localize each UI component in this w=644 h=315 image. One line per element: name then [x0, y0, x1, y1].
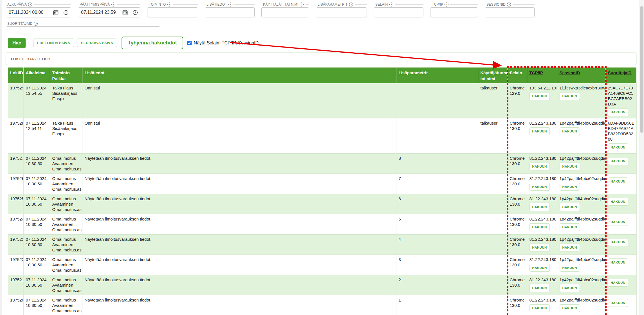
hakuun-badge[interactable]: HAKUUN [608, 157, 628, 165]
cell-lokiid: 197524 [8, 214, 23, 235]
vertical-scrollbar[interactable] [639, 0, 644, 315]
cell-kayttajatunnus [478, 275, 507, 295]
field-divider [34, 4, 71, 5]
hakuun-badge[interactable]: HAKUUN [608, 258, 628, 266]
filter-form-row1: ALKUPÄIVÄ PÄÄTTYMISPÄIVÄ [6, 2, 535, 17]
hakuun-badge[interactable]: HAKUUN [560, 203, 580, 211]
hakuun-badge[interactable]: HAKUUN [608, 108, 628, 116]
hakuun-badge[interactable]: HAKUUN [608, 143, 628, 151]
seuraava-paiva-button[interactable]: SEURAAVA PÄIVÄ [77, 39, 117, 47]
field-divider [450, 4, 478, 5]
scrollbar-thumb[interactable] [640, 6, 643, 133]
hakuun-badge[interactable]: HAKUUN [560, 244, 580, 251]
cell-toiminto: OmaIlmoitus Avaaminen OmaIlmoitus.aspx [50, 214, 82, 235]
clock-icon[interactable] [61, 8, 71, 17]
hakuun-badge[interactable]: HAKUUN [608, 198, 628, 206]
cell-selain: Chrome 130.0 [507, 194, 527, 214]
lisatiedot-input[interactable] [205, 8, 254, 17]
hakuun-badge[interactable]: HAKUUN [529, 92, 550, 100]
sessionid-field: SESSIONID [485, 2, 535, 17]
suorittajaid-input[interactable] [6, 27, 160, 37]
filter-form-row2: SUORITTAJAID [6, 21, 160, 37]
table-row: 19752807.11.2024 12.54.11TaikaTilaus Sis… [8, 118, 636, 154]
paattymispaiva-input[interactable] [78, 8, 120, 17]
help-icon [349, 3, 353, 6]
cell-lokiid: 197520 [8, 295, 23, 315]
calendar-icon[interactable] [51, 8, 61, 17]
hakuun-badge[interactable]: HAKUUN [560, 127, 580, 135]
cell-sessionid: 1p42pajfftfi4pbx02suqdioHAKUUN [557, 194, 605, 214]
paattymispaiva-field: PÄÄTTYMISPÄIVÄ [78, 2, 140, 17]
cell-selain: Chrome 130.0 [507, 154, 527, 174]
cell-aikaleima: 07.11.2024 10.30.50 [23, 275, 50, 295]
log-table-body: 19752907.11.2024 13.54.55TaikaTilaus Sis… [8, 83, 636, 315]
cell-lokiid: 197526 [8, 174, 23, 194]
window-edge [0, 0, 2, 315]
field-divider [40, 24, 160, 24]
suorittajaid-field: SUORITTAJAID [6, 21, 160, 37]
cell-sessionid-value: 1p42pajfftfi4pbx02suqdio [560, 257, 603, 262]
hakuun-badge[interactable]: HAKUUN [608, 218, 628, 226]
clock-icon[interactable] [130, 8, 140, 17]
cell-tcpip: 81.22.243.180HAKUUN [527, 255, 557, 275]
hakuun-badge[interactable]: HAKUUN [560, 163, 580, 170]
hakuun-badge[interactable]: HAKUUN [608, 177, 628, 185]
cell-toiminto: OmaIlmoitus Avaaminen OmaIlmoitus.aspx [50, 275, 82, 295]
hakuun-badge[interactable]: HAKUUN [529, 284, 550, 292]
hakuun-badge[interactable]: HAKUUN [529, 304, 550, 312]
hakuun-badge[interactable]: HAKUUN [529, 163, 550, 170]
cell-aikaleima: 07.11.2024 13.54.55 [23, 83, 50, 118]
table-row: 19752107.11.2024 10.30.50OmaIlmoitus Ava… [8, 275, 636, 295]
help-icon [445, 3, 448, 6]
hakuun-badge[interactable]: HAKUUN [560, 223, 580, 231]
toiminto-input[interactable] [147, 8, 198, 17]
cell-lokiid: 197521 [8, 275, 23, 295]
tyhjenna-hakuehdot-button[interactable]: Tyhjennä hakuehdot [122, 37, 183, 49]
kayttajat-label: KÄYTTÄJÄT. TAI NIMI [263, 3, 298, 6]
hakuun-badge[interactable]: HAKUUN [608, 279, 628, 287]
hakuun-badge[interactable]: HAKUUN [529, 223, 550, 231]
cell-lisatiedot: Onnistui [82, 118, 396, 154]
hakuun-badge[interactable]: HAKUUN [608, 238, 628, 246]
cell-tcpip: 81.22.243.180HAKUUN [527, 118, 557, 154]
kayttajat-input[interactable] [262, 8, 309, 17]
cell-sessionid-value: 1i1l3swkp3dicacxbrr30wix [560, 85, 603, 91]
hakuun-badge[interactable]: HAKUUN [529, 183, 550, 191]
hakuun-badge[interactable]: HAKUUN [529, 244, 550, 251]
help-icon [389, 3, 393, 6]
calendar-icon[interactable] [120, 8, 130, 17]
field-divider [355, 4, 367, 5]
field-divider [234, 4, 255, 5]
hakuun-badge[interactable]: HAKUUN [608, 299, 628, 307]
edellinen-paiva-button[interactable]: EDELLINEN PÄIVÄ [33, 39, 74, 47]
cell-kayttajatunnus [478, 154, 507, 174]
lisaparametrit-input[interactable] [316, 8, 367, 17]
hakuun-badge[interactable]: HAKUUN [529, 203, 550, 211]
cell-lisaparametrit [396, 83, 478, 118]
cell-lisatiedot: Onnistui [82, 83, 396, 118]
hakuun-badge[interactable]: HAKUUN [560, 183, 580, 191]
tcpip-input[interactable] [430, 8, 478, 17]
lisatiedot-field: LISÄTIEDOT [205, 2, 255, 17]
hae-button[interactable]: Hae [8, 38, 26, 48]
selain-input[interactable] [374, 8, 423, 17]
hakuun-badge[interactable]: HAKUUN [560, 304, 580, 312]
hakuun-badge[interactable]: HAKUUN [529, 127, 550, 135]
col-tcpip-sort-link[interactable]: TCP/IP [527, 68, 557, 83]
col-sessionid-sort-link[interactable]: SessionID [557, 68, 605, 83]
cell-lisatiedot: Näytetään ilmoitusvarauksen tiedot. [82, 214, 396, 235]
nayta-selain-checkbox[interactable] [187, 41, 192, 45]
sessionid-input[interactable] [485, 8, 534, 17]
hakuun-badge[interactable]: HAKUUN [529, 264, 550, 272]
hakuun-badge[interactable]: HAKUUN [560, 92, 580, 100]
cell-tcpip-value: 81.22.243.180 [529, 297, 555, 303]
alkupaiva-input[interactable] [6, 8, 51, 17]
col-kayttajatunnus: Käyttäjätunnus tai nimi [478, 68, 507, 83]
col-suorittajaid-sort-link[interactable]: SuorittajaID [605, 68, 636, 83]
cell-aikaleima: 07.11.2024 10.30.50 [23, 235, 50, 255]
cell-aikaleima: 07.11.2024 10.30.50 [23, 214, 50, 235]
cell-aikaleima: 07.11.2024 10.30.50 [23, 174, 50, 194]
hakuun-badge[interactable]: HAKUUN [560, 284, 580, 292]
cell-aikaleima: 07.11.2024 12.54.11 [23, 118, 50, 154]
hakuun-badge[interactable]: HAKUUN [560, 264, 580, 272]
